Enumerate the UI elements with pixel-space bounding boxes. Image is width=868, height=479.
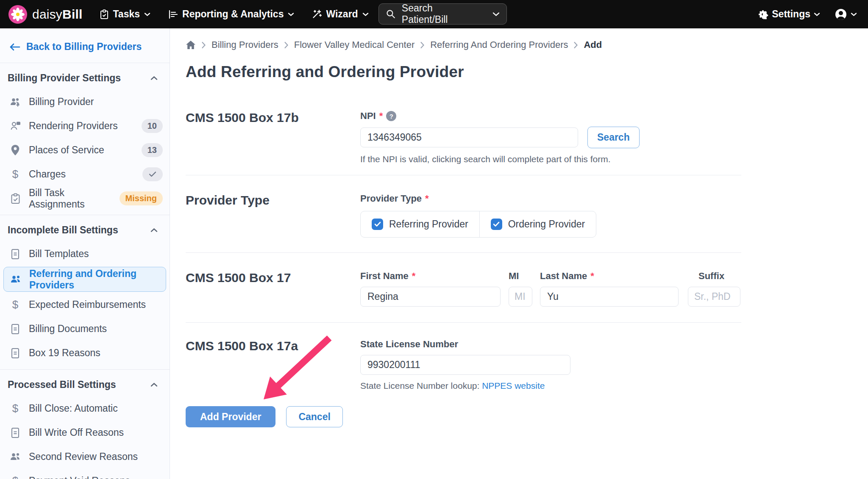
sidebar-item-charges[interactable]: $ Charges <box>0 162 170 186</box>
nav-tasks-label: Tasks <box>113 8 140 20</box>
search-icon <box>386 9 396 19</box>
last-name-label: Last Name * <box>540 271 679 282</box>
daisybill-logo[interactable]: daisyBill <box>8 5 83 24</box>
breadcrumb: Billing Providers Flower Valley Medical … <box>186 39 868 50</box>
settings-label: Settings <box>772 8 810 20</box>
checkbox-checked-icon <box>491 219 502 230</box>
sidebar-item-bill-write-off-reasons[interactable]: Bill Write Off Reasons <box>0 421 170 445</box>
chevron-right-icon <box>284 42 289 49</box>
chevron-up-icon <box>150 76 158 80</box>
brand-name: daisyBill <box>32 7 83 22</box>
nppes-website-link[interactable]: NPPES website <box>482 381 545 390</box>
cancel-button[interactable]: Cancel <box>286 406 342 427</box>
home-icon[interactable] <box>186 40 196 50</box>
section-label: Provider Type <box>186 193 360 238</box>
sidebar-item-rendering-providers[interactable]: Rendering Providers 10 <box>0 114 170 138</box>
page-title: Add Referring and Ordering Provider <box>186 63 868 81</box>
npi-search-button[interactable]: Search <box>587 127 640 148</box>
daisy-flower-icon <box>8 5 27 24</box>
sidebar-item-box-19-reasons[interactable]: Box 19 Reasons <box>0 341 170 365</box>
section-label: CMS 1500 Box 17 <box>186 271 360 307</box>
section-cms-1500-box-17: CMS 1500 Box 17 First Name * MI <box>186 253 741 322</box>
chevron-down-icon <box>144 12 150 17</box>
provider-chat-icon <box>8 121 22 131</box>
document-icon <box>8 348 22 359</box>
clipboard-icon <box>100 9 109 19</box>
map-pin-icon <box>8 144 22 156</box>
arrow-left-icon <box>9 43 20 51</box>
chevron-right-icon <box>201 42 206 49</box>
section-cms-1500-box-17b: CMS 1500 Box 17b NPI * ? Search If the N… <box>186 81 741 175</box>
count-badge: 10 <box>142 119 163 133</box>
sidebar-item-referring-and-ordering-providers[interactable]: Referring and Ordering Providers <box>3 267 166 292</box>
document-icon <box>8 427 22 438</box>
section-provider-type: Provider Type Provider Type * Referring … <box>186 175 741 252</box>
sidebar-item-bill-templates[interactable]: Bill Templates <box>0 242 170 266</box>
chevron-up-icon <box>150 382 158 387</box>
count-badge: 13 <box>142 143 163 157</box>
ordering-provider-checkbox[interactable]: Ordering Provider <box>479 211 596 237</box>
back-to-billing-providers-link[interactable]: Back to Billing Providers <box>0 30 170 63</box>
chevron-down-icon <box>851 12 857 17</box>
npi-helper-text: If the NPI is valid, clicking search wil… <box>360 154 741 164</box>
breadcrumb-billing-providers[interactable]: Billing Providers <box>211 39 278 50</box>
nav-reporting-analytics[interactable]: Reporting & Analytics <box>168 8 294 20</box>
people-plus-icon <box>8 97 22 107</box>
people-icon <box>8 452 22 462</box>
missing-badge: Missing <box>120 191 163 205</box>
sidebar-item-billing-provider[interactable]: Billing Provider <box>0 90 170 114</box>
npi-input[interactable] <box>360 127 578 147</box>
chevron-up-icon <box>150 228 158 233</box>
add-provider-button[interactable]: Add Provider <box>186 406 275 427</box>
magic-wand-icon <box>312 9 322 19</box>
chevron-down-icon <box>814 12 820 17</box>
search-patient-bill[interactable]: Search Patient/Bill <box>378 3 507 25</box>
sidebar-item-places-of-service[interactable]: Places of Service 13 <box>0 138 170 162</box>
section-header-processed-bill-settings[interactable]: Processed Bill Settings <box>0 370 170 396</box>
mi-label: MI <box>509 271 532 282</box>
required-marker: * <box>590 271 594 282</box>
state-license-input[interactable] <box>360 355 570 375</box>
gear-icon <box>758 9 768 19</box>
document-icon <box>8 249 22 260</box>
npi-label: NPI * ? <box>360 111 741 122</box>
people-icon <box>9 274 22 285</box>
breadcrumb-flower-valley-medical-center[interactable]: Flower Valley Medical Center <box>294 39 415 50</box>
nav-wizard[interactable]: Wizard <box>312 8 368 20</box>
provider-type-label: Provider Type * <box>360 193 741 204</box>
help-icon[interactable]: ? <box>386 111 396 121</box>
state-license-label: State License Number <box>360 339 741 350</box>
dollar-icon: $ <box>8 474 22 479</box>
sidebar-item-second-review-reasons[interactable]: Second Review Reasons <box>0 445 170 469</box>
checkbox-checked-icon <box>372 219 383 230</box>
required-marker: * <box>425 193 429 204</box>
nav-tasks[interactable]: Tasks <box>100 8 151 20</box>
sidebar-item-bill-close-automatic[interactable]: $ Bill Close: Automatic <box>0 396 170 421</box>
user-avatar-icon <box>835 8 847 21</box>
chevron-right-icon <box>573 42 578 49</box>
sidebar-item-expected-reimbursements[interactable]: $ Expected Reimbursements <box>0 293 170 317</box>
settings-sidebar: Back to Billing Providers Billing Provid… <box>0 28 170 479</box>
sidebar-item-billing-documents[interactable]: Billing Documents <box>0 317 170 341</box>
suffix-input[interactable] <box>688 287 740 307</box>
check-icon <box>149 171 156 177</box>
section-label: CMS 1500 Box 17b <box>186 111 360 164</box>
first-name-label: First Name * <box>360 271 501 282</box>
nav-settings[interactable]: Settings <box>758 8 820 20</box>
section-header-incomplete-bill-settings[interactable]: Incomplete Bill Settings <box>0 215 170 242</box>
mi-input[interactable] <box>509 287 532 307</box>
state-license-helper: State License Number lookup: NPPES websi… <box>360 381 741 391</box>
sidebar-item-payment-void-reasons[interactable]: $ Payment Void Reasons <box>0 469 170 479</box>
breadcrumb-referring-and-ordering-providers[interactable]: Referring And Ordering Providers <box>430 39 568 50</box>
document-icon <box>8 324 22 335</box>
first-name-input[interactable] <box>360 287 501 307</box>
sidebar-item-bill-task-assignments[interactable]: Bill Task Assignments Missing <box>0 186 170 210</box>
search-label: Search Patient/Bill <box>402 3 481 25</box>
dollar-icon: $ <box>8 298 22 311</box>
section-header-billing-provider-settings[interactable]: Billing Provider Settings <box>0 63 170 90</box>
last-name-input[interactable] <box>540 287 679 307</box>
chevron-down-icon <box>288 12 294 17</box>
referring-provider-checkbox[interactable]: Referring Provider <box>361 211 479 237</box>
nav-account-menu[interactable] <box>835 8 857 21</box>
required-marker: * <box>379 111 383 122</box>
